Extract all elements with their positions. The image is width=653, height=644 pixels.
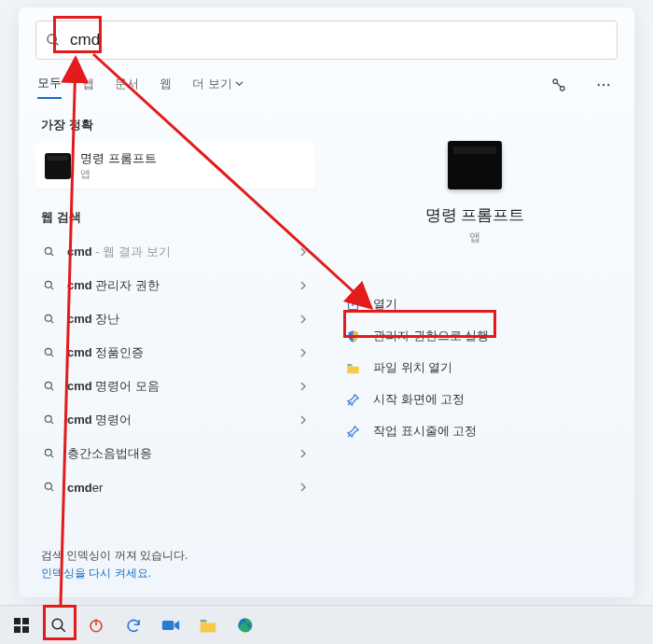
more-icon[interactable] (591, 73, 616, 100)
search-input[interactable] (70, 31, 607, 49)
svg-rect-28 (14, 626, 21, 633)
svg-line-8 (50, 253, 53, 256)
svg-line-16 (50, 387, 53, 390)
tab-apps[interactable]: 앱 (82, 76, 94, 98)
preview-pane: 명령 프롬프트 앱 열기관리자 권한으로 실행파일 위치 열기시작 화면에 고정… (332, 117, 618, 586)
best-match-subtitle: 앱 (80, 167, 157, 181)
action-pin[interactable]: 시작 화면에 고정 (332, 384, 618, 415)
indexing-line1: 검색 인덱싱이 꺼져 있습니다. (41, 547, 310, 565)
taskbar-explorer-icon[interactable] (196, 613, 220, 637)
svg-point-9 (45, 281, 51, 287)
connector-icon[interactable] (547, 73, 571, 100)
best-match-header: 가장 정확 (41, 117, 315, 133)
svg-rect-34 (162, 621, 174, 630)
preview-title: 명령 프롬프트 (425, 204, 525, 226)
results-left: 가장 정확 명령 프롬프트 앱 웹 검색 cmd - 웹 결과 보기cmd 관리… (35, 117, 315, 586)
svg-point-13 (45, 348, 51, 355)
svg-line-22 (50, 488, 53, 491)
preview-subtitle: 앱 (469, 230, 480, 245)
tab-web[interactable]: 웹 (160, 76, 172, 98)
suggestion-item[interactable]: 층간소음법대응 (35, 437, 315, 470)
suggestion-item[interactable]: cmd 명령어 (35, 403, 315, 437)
web-search-header: 웹 검색 (41, 209, 315, 226)
svg-point-30 (52, 619, 63, 629)
cmd-app-icon (45, 153, 71, 179)
action-folder[interactable]: 파일 위치 열기 (332, 352, 618, 384)
pin-icon (345, 424, 360, 439)
svg-line-31 (61, 627, 65, 632)
suggestion-list: cmd - 웹 결과 보기cmd 관리자 권한cmd 장난cmd 정품인증cmd… (35, 235, 315, 504)
action-shield[interactable]: 관리자 권한으로 실행 (332, 320, 618, 352)
svg-rect-29 (22, 626, 29, 633)
suggestion-item[interactable]: cmd 명령어 모음 (35, 370, 315, 403)
suggestion-item[interactable]: cmd 관리자 권한 (35, 269, 315, 302)
svg-line-12 (50, 320, 53, 323)
taskbar-refresh-icon[interactable] (121, 613, 146, 637)
svg-point-6 (607, 84, 609, 86)
pin-icon (345, 392, 360, 407)
preview-actions: 열기관리자 권한으로 실행파일 위치 열기시작 화면에 고정작업 표시줄에 고정 (332, 288, 618, 447)
tab-more[interactable]: 더 보기 (192, 76, 243, 98)
tab-all[interactable]: 모두 (37, 75, 62, 99)
svg-point-4 (598, 84, 600, 86)
search-panel: 모두 앱 문서 웹 더 보기 가장 정확 명령 프롬프트 앱 웹 검색 cmd … (19, 7, 634, 597)
svg-point-19 (45, 449, 51, 455)
svg-point-11 (45, 315, 51, 321)
folder-icon (345, 360, 360, 375)
svg-point-21 (45, 483, 51, 489)
taskbar (0, 605, 653, 644)
action-pin[interactable]: 작업 표시줄에 고정 (332, 415, 618, 447)
indexing-notice: 검색 인덱싱이 꺼져 있습니다. 인덱싱을 다시 켜세요. (35, 538, 315, 586)
shield-icon (345, 329, 360, 343)
best-match-title: 명령 프롬프트 (80, 150, 157, 167)
taskbar-camera-icon[interactable] (159, 613, 183, 637)
svg-point-15 (45, 382, 51, 388)
search-icon (46, 33, 61, 48)
indexing-link[interactable]: 인덱싱을 다시 켜세요. (41, 565, 310, 582)
tab-documents[interactable]: 문서 (115, 76, 139, 98)
taskbar-edge-icon[interactable] (233, 613, 257, 637)
svg-point-17 (45, 415, 51, 422)
suggestion-item[interactable]: cmder (35, 470, 315, 504)
action-open[interactable]: 열기 (332, 288, 618, 320)
best-match-item[interactable]: 명령 프롬프트 앱 (35, 143, 315, 189)
suggestion-item[interactable]: cmd 장난 (35, 302, 315, 336)
svg-point-7 (45, 247, 51, 254)
suggestion-item[interactable]: cmd - 웹 결과 보기 (35, 235, 315, 269)
svg-point-0 (48, 35, 56, 43)
open-icon (345, 297, 360, 312)
preview-app-icon (448, 141, 502, 189)
svg-rect-26 (14, 618, 21, 624)
start-button[interactable] (9, 613, 34, 637)
svg-rect-27 (22, 618, 29, 624)
svg-line-18 (50, 421, 53, 424)
svg-line-20 (50, 455, 53, 457)
svg-line-14 (50, 354, 53, 357)
taskbar-search-icon[interactable] (47, 613, 71, 637)
taskbar-power-icon[interactable] (84, 613, 108, 637)
svg-line-10 (50, 287, 53, 289)
search-box[interactable] (35, 21, 618, 60)
suggestion-item[interactable]: cmd 정품인증 (35, 336, 315, 370)
filter-tabs: 모두 앱 문서 웹 더 보기 (37, 73, 616, 100)
svg-line-1 (55, 42, 58, 45)
svg-point-5 (603, 84, 604, 86)
